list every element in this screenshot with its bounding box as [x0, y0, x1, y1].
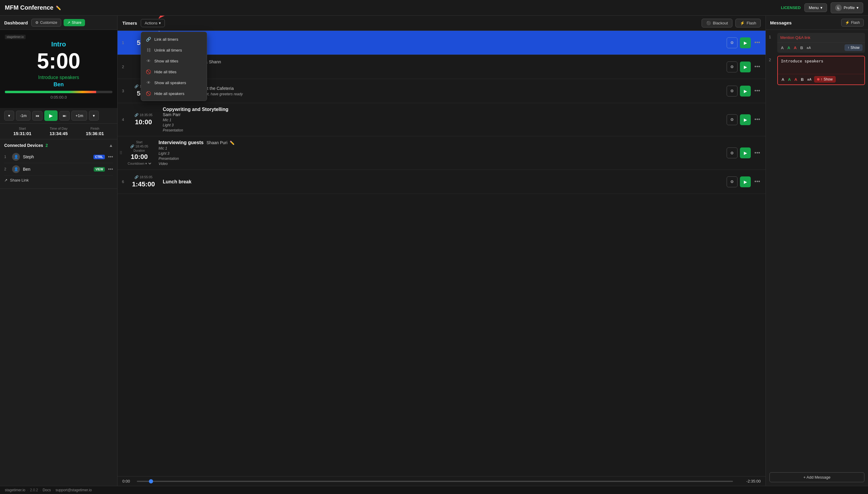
blackout-button[interactable]: ⚫ Blackout: [702, 19, 732, 27]
add-message-button[interactable]: + Add Message: [769, 472, 864, 482]
prev-timer-button[interactable]: ⏮: [32, 111, 42, 121]
hide-all-speakers-item[interactable]: 🚫 Hide all speakers: [141, 88, 207, 99]
timer-more-button[interactable]: •••: [753, 62, 761, 71]
fmt-a-red-button[interactable]: A: [793, 45, 798, 51]
show-all-speakers-item[interactable]: 👁 Show all speakers: [141, 77, 207, 88]
share-button[interactable]: ↗ Share: [64, 19, 85, 26]
timer-detail-4: Video: [159, 162, 718, 166]
timer-more-button[interactable]: •••: [753, 177, 761, 186]
scrubber-start-time: 0:00: [122, 479, 133, 483]
flash-button-center[interactable]: ⚡ Flash: [735, 19, 761, 27]
timer-settings-button[interactable]: ⚙: [727, 86, 737, 96]
start-time-item: Start 15:31:01: [13, 127, 31, 136]
device-more-button[interactable]: •••: [108, 167, 113, 172]
timer-row-time: 🔗 18:55:05 1:45:00: [129, 170, 159, 194]
share-icon: ↗: [67, 20, 70, 25]
scrubber-handle[interactable]: [149, 479, 153, 483]
play-pause-button[interactable]: ▶: [44, 110, 58, 121]
eye-off-icon: 🚫: [146, 69, 151, 75]
link-all-timers-item[interactable]: 🔗 Link all timers: [141, 34, 207, 45]
device-badge-ctrl: CTRL: [94, 155, 105, 159]
timer-more-button[interactable]: •••: [753, 115, 761, 124]
timer-settings-button[interactable]: ⚙: [727, 114, 737, 125]
show-message-button-2[interactable]: ↑ Show: [814, 76, 836, 83]
start-value: 15:31:01: [13, 131, 31, 136]
fmt-a-red-button-2[interactable]: A: [793, 77, 798, 82]
timer-row-actions: ⚙ ▶ •••: [723, 79, 766, 103]
timer-detail: Mic 1: [163, 118, 718, 122]
timer-detail-2: Light 3: [163, 123, 718, 127]
connected-devices-header: Connected Devices 2 ▲: [4, 143, 113, 148]
start-label: Start: [19, 127, 26, 130]
device-more-button[interactable]: •••: [108, 154, 113, 159]
timer-display: stagetimer.io Intro 5:00 Introduce speak…: [0, 30, 117, 108]
show-message-button-1[interactable]: ↑ Show: [845, 44, 863, 51]
timer-row-num: 1: [118, 31, 129, 55]
fmt-aa-button[interactable]: aA: [806, 45, 812, 50]
fmt-b-button-2[interactable]: B: [800, 77, 805, 82]
timer-more-button[interactable]: •••: [753, 87, 761, 95]
message-text-qa: Mention Q&A link: [777, 33, 865, 42]
countdown-select[interactable]: Countdown ▾ Count Up: [126, 162, 152, 166]
plus-1m-button[interactable]: +1m: [72, 111, 87, 121]
actions-button[interactable]: Actions ▾: [141, 19, 165, 27]
fmt-aa-button-2[interactable]: aA: [806, 77, 813, 82]
timer-row-content: Copywriting and Storytelling Sam Parr Mi…: [159, 103, 723, 136]
menu-button[interactable]: Menu ▾: [804, 3, 827, 12]
timer-settings-button[interactable]: ⚙: [727, 61, 737, 72]
active-indicator: [817, 78, 820, 80]
docs-link[interactable]: Docs: [42, 488, 51, 492]
timer-play-button[interactable]: ▶: [740, 61, 751, 72]
extra-dropdown-button[interactable]: ▾: [89, 111, 99, 121]
timer-row-title-line: Interviewing guests Shaan Puri ✏️: [159, 140, 718, 145]
fmt-a-button-2[interactable]: A: [780, 77, 785, 82]
support-link[interactable]: support@stagetimer.io: [56, 488, 92, 492]
flash-button-right[interactable]: ⚡ Flash: [841, 19, 864, 26]
timer-row-actions: ⚙ ▶ •••: [723, 170, 766, 194]
timer-row-content: ⚡ Intro Ben Mic 1 Light 3: [160, 31, 723, 55]
message-text-input[interactable]: Introduce speakers: [778, 56, 864, 73]
timer-more-button[interactable]: •••: [753, 38, 761, 47]
timer-play-button[interactable]: ▶: [740, 176, 751, 187]
timer-play-button[interactable]: ▶: [740, 86, 751, 96]
message-item: 1 Mention Q&A link A A A B aA ↑ Show: [769, 33, 865, 53]
timer-settings-button[interactable]: ⚙: [727, 176, 737, 187]
minus-1m-button[interactable]: -1m: [16, 111, 31, 121]
collapse-icon[interactable]: ▲: [109, 143, 113, 148]
device-item: 1 👤 Steph CTRL •••: [4, 151, 113, 163]
hide-all-titles-item[interactable]: 🚫 Hide all titles: [141, 66, 207, 77]
share-link-button[interactable]: ↗ Share Link: [4, 175, 113, 185]
main-layout: Dashboard ⚙ Customize ↗ Share stagetimer…: [0, 16, 868, 486]
edit-title-icon[interactable]: ✏️: [56, 5, 61, 10]
timer-settings-button[interactable]: ⚙: [727, 37, 737, 48]
flash-icon-center: ⚡: [740, 21, 745, 25]
timer-display-title: Intro: [51, 40, 66, 48]
timer-play-button[interactable]: ▶: [740, 114, 751, 125]
timer-row-content: Interviewing guests Shaan Puri ✏️ Mic 1 …: [154, 136, 723, 170]
customize-button[interactable]: ⚙ Customize: [31, 19, 61, 26]
timer-logo: stagetimer.io: [5, 35, 26, 39]
version: 2.0.2: [30, 488, 38, 492]
fmt-a-green-button[interactable]: A: [786, 45, 791, 51]
scrubber-track[interactable]: [137, 481, 733, 482]
timer-play-button[interactable]: ▶: [740, 148, 751, 158]
dropdown-arrow-button[interactable]: ▾: [4, 111, 14, 121]
timer-controls: ▾ -1m ⏮ ▶ ⏭ +1m ▾: [0, 108, 117, 124]
device-name: Steph: [23, 154, 91, 159]
next-timer-button[interactable]: ⏭: [59, 111, 70, 121]
fmt-a-button[interactable]: A: [780, 45, 785, 51]
timer-row-actions: ⚙ ▶ •••: [723, 55, 766, 79]
timer-play-button[interactable]: ▶: [740, 37, 751, 48]
finish-time-item: Finish 15:36:01: [86, 127, 104, 136]
message-toolbar-2: A A A B aA ↑ Show: [778, 74, 864, 84]
fmt-b-button[interactable]: B: [799, 45, 804, 51]
timer-more-button[interactable]: •••: [753, 149, 761, 157]
show-all-titles-item[interactable]: 👁 Show all titles: [141, 56, 207, 66]
timer-settings-button[interactable]: ⚙: [727, 148, 737, 158]
drag-handle[interactable]: ⠿: [118, 136, 124, 170]
timer-row-time: 🔗 18:35:05 10:00: [129, 103, 159, 136]
site-link[interactable]: stagetimer.io: [5, 488, 25, 492]
profile-button[interactable]: L Profile ▾: [831, 2, 863, 13]
fmt-a-green-button-2[interactable]: A: [787, 77, 792, 82]
unlink-all-timers-item[interactable]: ⛓ Unlink all timers: [141, 45, 207, 56]
